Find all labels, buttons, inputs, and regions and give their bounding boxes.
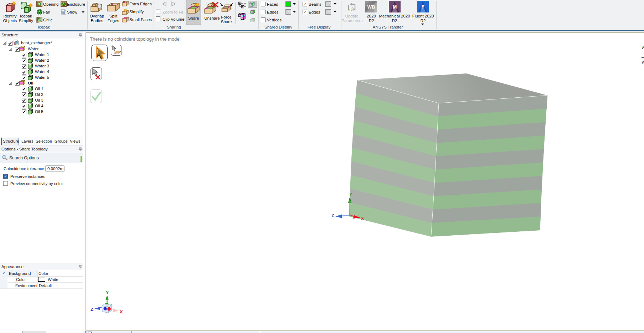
svg-text:p: p	[350, 6, 354, 12]
svg-text:M: M	[393, 4, 397, 10]
svg-text:WB: WB	[367, 4, 375, 10]
svg-text:F: F	[421, 4, 424, 10]
